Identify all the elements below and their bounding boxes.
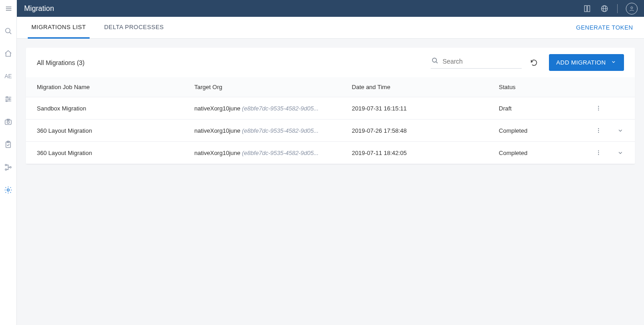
card-title: All Migrations (3) [37, 59, 85, 66]
add-migration-button[interactable]: ADD MIGRATION [549, 54, 624, 71]
svg-point-29 [433, 58, 437, 62]
search-field[interactable] [431, 56, 522, 69]
cell-date: 2019-07-26 17:58:48 [341, 120, 488, 142]
cell-date: 2019-07-31 16:15:11 [341, 97, 488, 120]
table-row[interactable]: 360 Layout MigrationnativeXorg10june (e8… [26, 120, 635, 142]
col-status: Status [488, 77, 572, 97]
svg-point-21 [7, 121, 10, 123]
svg-point-25 [5, 164, 6, 165]
svg-line-30 [436, 62, 438, 63]
cell-status: Draft [488, 97, 572, 120]
svg-point-34 [598, 128, 599, 129]
cell-name: 360 Layout Migration [26, 142, 183, 164]
sidebar-home-icon[interactable] [3, 49, 13, 59]
cell-target-org: nativeXorg10june (e8bfe7dc-9535-4582-9d0… [183, 97, 341, 120]
refresh-button[interactable] [530, 59, 538, 67]
chevron-down-icon [610, 59, 617, 66]
sidebar: AE [0, 17, 17, 325]
svg-point-38 [598, 152, 599, 153]
expand-row-icon[interactable] [617, 127, 624, 134]
svg-point-33 [598, 110, 599, 110]
top-bar: Migration [0, 0, 644, 17]
avatar-button[interactable] [626, 3, 638, 15]
top-separator [617, 4, 618, 13]
add-migration-label: ADD MIGRATION [556, 59, 606, 66]
svg-point-18 [9, 99, 10, 100]
sidebar-settings-icon[interactable] [3, 185, 13, 195]
kebab-menu-icon[interactable] [595, 105, 602, 112]
svg-rect-20 [5, 120, 11, 125]
sidebar-sliders-icon[interactable] [3, 94, 13, 104]
svg-point-37 [598, 150, 599, 151]
svg-point-31 [598, 106, 599, 107]
svg-point-28 [7, 189, 10, 191]
cell-name: 360 Layout Migration [26, 120, 183, 142]
svg-rect-7 [588, 5, 590, 11]
tab-bar: MIGRATIONS LIST DELTA PROCESSES GENERATE… [17, 17, 644, 39]
globe-icon[interactable] [600, 4, 609, 13]
svg-point-26 [5, 169, 6, 170]
svg-point-35 [598, 130, 599, 131]
col-date: Date and Time [341, 77, 488, 97]
svg-rect-6 [584, 5, 587, 11]
hamburger-menu-button[interactable] [0, 0, 17, 17]
kebab-menu-icon[interactable] [595, 127, 602, 134]
cell-actions [572, 120, 635, 142]
svg-point-36 [598, 132, 599, 133]
col-target-org: Target Org [183, 77, 341, 97]
tab-migrations-list[interactable]: MIGRATIONS LIST [28, 17, 90, 39]
search-icon [431, 56, 439, 66]
cell-target-org: nativeXorg10june (e8bfe7dc-9535-4582-9d0… [183, 142, 341, 164]
docs-icon[interactable] [583, 4, 592, 13]
kebab-menu-icon[interactable] [595, 149, 602, 156]
svg-point-32 [598, 108, 599, 109]
sidebar-camera-icon[interactable] [3, 117, 13, 127]
table-row[interactable]: 360 Layout MigrationnativeXorg10june (e8… [26, 142, 635, 164]
sidebar-hierarchy-icon[interactable] [3, 162, 13, 172]
col-name: Migration Job Name [26, 77, 183, 97]
table-row[interactable]: Sandbox MigrationnativeXorg10june (e8bfe… [26, 97, 635, 120]
page-title: Migration [24, 5, 54, 13]
sidebar-search-icon[interactable] [3, 26, 13, 36]
cell-target-org: nativeXorg10june (e8bfe7dc-9535-4582-9d0… [183, 120, 341, 142]
svg-point-27 [10, 166, 11, 168]
svg-line-13 [10, 32, 11, 34]
tab-delta-processes[interactable]: DELTA PROCESSES [101, 17, 167, 39]
sidebar-clipboard-icon[interactable] [3, 140, 13, 150]
cell-actions [572, 97, 635, 120]
cell-status: Completed [488, 120, 572, 142]
cell-date: 2019-07-11 18:42:05 [341, 142, 488, 164]
svg-point-11 [631, 6, 633, 8]
svg-point-19 [6, 100, 7, 102]
svg-point-17 [6, 97, 8, 98]
sidebar-ae-item[interactable]: AE [3, 71, 13, 81]
generate-token-link[interactable]: GENERATE TOKEN [576, 24, 633, 31]
expand-row-icon[interactable] [617, 149, 624, 156]
search-input[interactable] [443, 58, 522, 65]
cell-actions [572, 142, 635, 164]
migrations-card: All Migrations (3) [26, 48, 635, 164]
cell-status: Completed [488, 142, 572, 164]
svg-point-39 [598, 154, 599, 155]
cell-name: Sandbox Migration [26, 97, 183, 120]
migrations-table: Migration Job Name Target Org Date and T… [26, 77, 635, 164]
svg-point-12 [5, 28, 10, 33]
